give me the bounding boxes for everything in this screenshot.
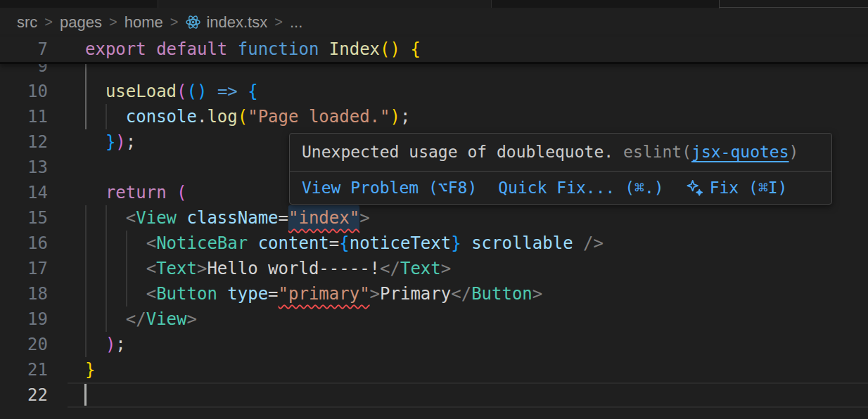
code-token bbox=[85, 79, 106, 104]
breadcrumb-separator: > bbox=[274, 14, 283, 30]
code-token: Index bbox=[329, 37, 380, 62]
code-token: } bbox=[451, 231, 461, 256]
code-text: return ( bbox=[85, 180, 187, 205]
code-token: () bbox=[187, 79, 208, 104]
code-token: default bbox=[156, 37, 227, 62]
line-number: 9 bbox=[0, 64, 48, 79]
code-line[interactable]: 17 <Text>Hello world-----!</Text> bbox=[0, 256, 868, 281]
problem-hover-popup: Unexpected usage of doublequote.eslint(j… bbox=[289, 133, 832, 205]
code-line[interactable]: 22 bbox=[0, 382, 868, 408]
sticky-scroll[interactable]: 7export default function Index() { bbox=[0, 37, 868, 64]
code-token bbox=[85, 281, 146, 307]
code-token: { bbox=[410, 37, 420, 62]
breadcrumb-item-home[interactable]: home bbox=[125, 13, 163, 32]
code-token: console bbox=[126, 104, 197, 129]
line-number: 11 bbox=[0, 104, 48, 129]
breadcrumb-item-pages[interactable]: pages bbox=[60, 13, 102, 32]
hover-actions-row: View Problem (⌥F8) Quick Fix... (⌘.) Fix… bbox=[290, 171, 831, 204]
sparkle-icon bbox=[685, 179, 704, 198]
code-token: < bbox=[126, 205, 136, 231]
code-text: } bbox=[85, 357, 95, 382]
tab[interactable] bbox=[492, 0, 719, 8]
tab-divider bbox=[158, 0, 158, 8]
problem-message-row: Unexpected usage of doublequote.eslint(j… bbox=[290, 134, 831, 171]
code-line[interactable]: 19 </View> bbox=[0, 307, 868, 332]
code-token: Primary bbox=[380, 281, 451, 307]
breadcrumb-item-src[interactable]: src bbox=[17, 13, 37, 32]
line-number: 20 bbox=[0, 332, 48, 357]
line-number: 21 bbox=[0, 357, 48, 382]
code-token: > bbox=[441, 256, 451, 281]
code-token: ; bbox=[126, 129, 136, 155]
code-token bbox=[207, 79, 217, 104]
breadcrumb-separator: > bbox=[170, 14, 179, 30]
code-token: < bbox=[146, 231, 156, 256]
code-line[interactable]: 7export default function Index() { bbox=[0, 37, 868, 62]
code-token: < bbox=[146, 256, 156, 281]
code-text: export default function Index() { bbox=[85, 37, 421, 62]
code-token bbox=[227, 37, 237, 62]
tab[interactable] bbox=[0, 0, 158, 8]
code-token: < bbox=[146, 281, 156, 307]
code-token: { bbox=[248, 79, 257, 104]
text-cursor bbox=[84, 384, 87, 406]
code-token: </ bbox=[451, 281, 471, 307]
code-token: ) bbox=[106, 332, 115, 357]
code-text: <NoticeBar content={noticeText} scrollab… bbox=[85, 231, 604, 256]
code-token: useLoad bbox=[106, 79, 177, 104]
code-token bbox=[167, 180, 177, 205]
code-line[interactable]: 9 bbox=[0, 64, 868, 79]
code-token bbox=[85, 231, 146, 256]
code-token: type bbox=[227, 281, 268, 307]
code-token: } bbox=[106, 129, 115, 155]
code-token: Hello world-----! bbox=[207, 256, 380, 281]
code-line[interactable]: 16 <NoticeBar content={noticeText} scrol… bbox=[0, 231, 868, 256]
quick-fix-action[interactable]: Quick Fix... (⌘.) bbox=[498, 179, 663, 197]
code-line[interactable]: 15 <View className="index"> bbox=[0, 205, 868, 231]
code-token: = bbox=[329, 231, 339, 256]
code-token bbox=[319, 37, 328, 62]
code-token bbox=[85, 307, 126, 332]
code-token: { bbox=[339, 231, 349, 256]
code-token: "index" bbox=[288, 205, 359, 231]
partial-line-clip: 9 bbox=[0, 64, 868, 79]
tab-active[interactable] bbox=[158, 0, 491, 8]
code-token: > bbox=[187, 307, 197, 332]
code-token bbox=[461, 231, 471, 256]
breadcrumb-separator: > bbox=[44, 14, 53, 30]
code-token bbox=[85, 129, 106, 155]
code-line[interactable]: 21} bbox=[0, 357, 868, 382]
code-token: = bbox=[279, 205, 288, 231]
line-number: 15 bbox=[0, 205, 48, 231]
code-token: > bbox=[370, 281, 380, 307]
code-line[interactable]: 11 console.log("Page loaded."); bbox=[0, 104, 868, 129]
rule-link[interactable]: jsx-quotes bbox=[691, 143, 789, 161]
code-line[interactable]: 18 <Button type="primary">Primary</Butto… bbox=[0, 281, 868, 307]
code-text: <Button type="primary">Primary</Button> bbox=[85, 281, 542, 307]
code-token: export bbox=[85, 37, 146, 62]
breadcrumb: src > pages > home > index.tsx > ... bbox=[0, 8, 868, 37]
code-token: className bbox=[187, 205, 279, 231]
code-text: <Text>Hello world-----!</Text> bbox=[85, 256, 451, 281]
code-token bbox=[146, 37, 156, 62]
breadcrumb-item-file[interactable]: index.tsx bbox=[185, 13, 267, 32]
code-token bbox=[573, 231, 583, 256]
code-token: ( bbox=[177, 79, 186, 104]
breadcrumb-item-symbol[interactable]: ... bbox=[290, 13, 302, 32]
view-problem-action[interactable]: View Problem (⌥F8) bbox=[302, 179, 477, 197]
code-token bbox=[85, 180, 106, 205]
code-token: . bbox=[197, 104, 207, 129]
copilot-fix-action[interactable]: Fix (⌘I) bbox=[685, 179, 788, 198]
code-line[interactable]: 20 ); bbox=[0, 332, 868, 357]
code-token: Text bbox=[400, 256, 441, 281]
indent-guide bbox=[85, 64, 87, 79]
line-number: 22 bbox=[0, 382, 48, 408]
code-token: Text bbox=[156, 256, 197, 281]
vscode-editor-window: src > pages > home > index.tsx > ... 10 … bbox=[0, 0, 868, 419]
code-line[interactable]: 10 useLoad(() => { bbox=[0, 79, 868, 104]
code-token: </ bbox=[380, 256, 400, 281]
code-text: ); bbox=[85, 332, 126, 357]
code-token bbox=[85, 332, 106, 357]
code-token: "Page loaded." bbox=[248, 104, 390, 129]
code-editor[interactable]: 10 useLoad(() => {11 console.log("Page l… bbox=[0, 37, 868, 419]
